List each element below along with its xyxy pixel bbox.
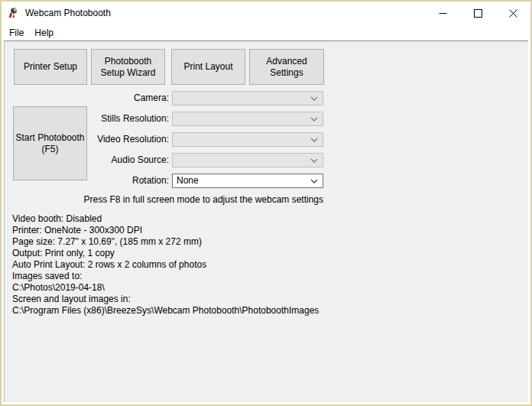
chevron-down-icon [310, 158, 318, 163]
status-line: Printer: OneNote - 300x300 DPI [12, 225, 319, 236]
f8-hint-text: Press F8 in full screen mode to adjust t… [5, 194, 323, 205]
window-controls [425, 2, 530, 24]
rotation-select[interactable]: None [172, 174, 323, 188]
status-line: Output: Print only, 1 copy [12, 248, 319, 259]
webcam-photobooth-app-icon [7, 7, 19, 19]
chevron-down-icon [310, 96, 318, 101]
status-line: Video booth: Disabled [12, 213, 319, 225]
menu-bar: File Help [2, 24, 530, 41]
menu-file[interactable]: File [4, 25, 29, 41]
minimize-icon [439, 9, 447, 18]
audio-source-select[interactable] [172, 153, 323, 167]
audio-source-label: Audio Source: [5, 153, 169, 167]
camera-select[interactable] [172, 91, 323, 106]
menu-help[interactable]: Help [29, 25, 59, 41]
rotation-selected-value: None [173, 174, 323, 187]
chevron-down-icon [310, 138, 318, 142]
status-line: Auto Print Layout: 2 rows x 2 columns of… [12, 259, 319, 271]
close-button[interactable] [495, 2, 530, 24]
stills-resolution-select[interactable] [172, 112, 323, 126]
close-icon [509, 9, 517, 18]
maximize-icon [474, 9, 482, 18]
video-resolution-label: Video Resolution: [5, 132, 169, 147]
printer-setup-button[interactable]: Printer Setup [14, 49, 87, 85]
stills-resolution-label: Stills Resolution: [5, 112, 169, 126]
status-line: Page size: 7.27" x 10.69", (185 mm x 272… [12, 236, 319, 248]
window-title: Webcam Photobooth [25, 8, 111, 18]
camera-label: Camera: [5, 91, 169, 106]
minimize-button[interactable] [425, 2, 460, 24]
status-line: C:\Program Files (x86)\BreezeSys\Webcam … [12, 305, 319, 317]
video-resolution-select[interactable] [172, 132, 323, 147]
status-line: C:\Photos\2019-04-18\ [12, 282, 319, 294]
status-line: Screen and layout images in: [12, 294, 319, 305]
title-bar: Webcam Photobooth [2, 2, 530, 24]
photobooth-setup-wizard-button[interactable]: Photobooth Setup Wizard [91, 49, 165, 85]
status-summary: Video booth: Disabled Printer: OneNote -… [12, 213, 319, 317]
status-line: Images saved to: [12, 271, 319, 282]
chevron-down-icon [310, 179, 318, 184]
app-window: Webcam Photobooth File Help [0, 0, 532, 406]
print-layout-button[interactable]: Print Layout [171, 49, 245, 85]
chevron-down-icon [310, 117, 318, 122]
rotation-label: Rotation: [5, 174, 169, 188]
client-area: Printer Setup Photobooth Setup Wizard Pr… [4, 41, 528, 402]
advanced-settings-button[interactable]: Advanced Settings [249, 49, 324, 85]
maximize-button[interactable] [460, 2, 495, 24]
